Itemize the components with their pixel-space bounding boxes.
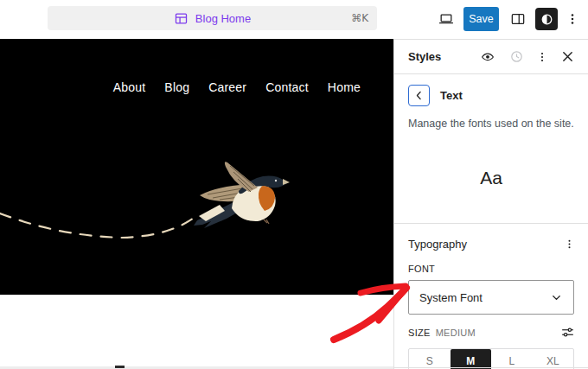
text-screen-header: Text — [394, 74, 588, 106]
size-option-m[interactable]: M — [451, 349, 492, 369]
cropped-heading-fragment — [115, 366, 125, 368]
screen-title: Text — [440, 89, 463, 102]
styles-sidebar: Styles — [393, 39, 588, 369]
typography-preview: Aa — [394, 133, 588, 223]
size-option-l[interactable]: L — [491, 349, 533, 369]
size-option-s[interactable]: S — [409, 349, 451, 369]
more-options-icon — [563, 238, 576, 251]
styles-panel-header: Styles — [394, 40, 588, 74]
view-button[interactable] — [436, 9, 457, 29]
editor-canvas: About Blog Career Contact Home — [0, 39, 393, 369]
more-options-icon — [535, 50, 549, 64]
size-label: SIZE — [408, 328, 431, 338]
sidebar-toggle-icon — [508, 10, 527, 28]
sliders-settings-icon — [559, 324, 576, 340]
top-bar: Blog Home ⌘K Save — [0, 0, 588, 39]
size-settings-button[interactable] — [559, 324, 576, 340]
close-sidebar-button[interactable] — [559, 48, 576, 67]
save-button[interactable]: Save — [463, 7, 499, 31]
styles-button[interactable] — [535, 8, 558, 30]
revisions-clock-icon — [508, 48, 525, 65]
page-content-below-hero — [0, 295, 393, 369]
revisions-button[interactable] — [507, 48, 526, 67]
chevron-down-icon — [550, 291, 563, 304]
swallow-illustration — [0, 39, 393, 295]
screen-description: Manage the fonts used on the site. — [394, 106, 588, 131]
font-label: FONT — [394, 264, 588, 274]
keyboard-shortcut: ⌘K — [351, 12, 368, 24]
site-header-block: About Blog Career Contact Home — [0, 39, 393, 295]
chevron-left-icon — [413, 90, 425, 101]
divider — [394, 367, 588, 368]
size-option-xl[interactable]: XL — [533, 349, 574, 369]
wp-site-editor: Blog Home ⌘K Save — [0, 0, 588, 369]
style-book-button[interactable] — [478, 48, 497, 67]
back-button[interactable] — [408, 85, 430, 106]
sidebar-toggle-button[interactable] — [508, 9, 528, 29]
command-bar[interactable]: Blog Home ⌘K — [48, 6, 377, 30]
styles-actions-button[interactable] — [535, 48, 549, 67]
close-icon — [561, 50, 574, 63]
options-menu-button[interactable] — [565, 9, 580, 29]
contrast-styles-icon — [540, 12, 554, 27]
typography-preview-text: Aa — [480, 168, 502, 188]
panel-title: Styles — [408, 50, 441, 63]
more-options-icon — [565, 11, 580, 27]
style-book-eye-icon — [479, 49, 496, 65]
laptop-preview-icon — [437, 10, 456, 28]
font-select-value: System Font — [419, 291, 483, 304]
top-actions: Save — [436, 7, 580, 31]
template-icon — [174, 11, 189, 26]
typography-section-header: Typography — [394, 224, 588, 264]
typography-options-button[interactable] — [562, 236, 576, 251]
size-row: SIZE MEDIUM — [408, 324, 576, 340]
section-title: Typography — [408, 238, 467, 251]
size-current-value: MEDIUM — [436, 328, 476, 338]
font-select[interactable]: System Font — [408, 280, 574, 315]
font-size-segmented-control: S M L XL — [408, 348, 574, 369]
command-bar-label: Blog Home — [195, 12, 251, 25]
